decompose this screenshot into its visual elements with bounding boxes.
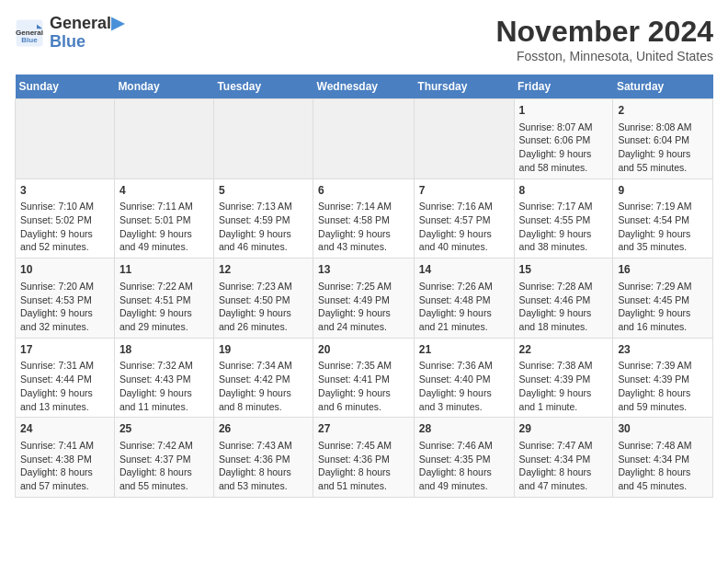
calendar-week-row: 24Sunrise: 7:41 AMSunset: 4:38 PMDayligh… bbox=[16, 418, 713, 498]
day-info: Sunset: 4:50 PM bbox=[219, 293, 308, 307]
title-block: November 2024 Fosston, Minnesota, United… bbox=[495, 15, 713, 63]
day-info: Sunrise: 7:26 AM bbox=[419, 280, 509, 293]
calendar-day-cell: 10Sunrise: 7:20 AMSunset: 4:53 PMDayligh… bbox=[16, 259, 115, 339]
calendar-day-cell: 1Sunrise: 8:07 AMSunset: 6:06 PMDaylight… bbox=[514, 99, 613, 179]
day-info: Sunrise: 7:47 AM bbox=[519, 439, 609, 453]
calendar-day-cell: 7Sunrise: 7:16 AMSunset: 4:57 PMDaylight… bbox=[414, 178, 514, 259]
day-info: Daylight: 9 hours and 58 minutes. bbox=[519, 147, 609, 174]
day-info: Sunrise: 8:08 AM bbox=[618, 121, 708, 134]
location: Fosston, Minnesota, United States bbox=[495, 49, 713, 63]
calendar-week-row: 10Sunrise: 7:20 AMSunset: 4:53 PMDayligh… bbox=[16, 259, 713, 339]
day-number: 11 bbox=[119, 262, 209, 278]
day-info: Daylight: 9 hours and 6 minutes. bbox=[318, 386, 409, 413]
day-number: 7 bbox=[419, 183, 509, 199]
day-number: 10 bbox=[20, 262, 109, 278]
day-info: Sunrise: 7:16 AM bbox=[419, 200, 509, 213]
logo-text: General▶ Blue bbox=[50, 15, 124, 52]
day-info: Daylight: 9 hours and 43 minutes. bbox=[318, 227, 409, 254]
day-info: Sunrise: 7:28 AM bbox=[519, 280, 609, 293]
calendar-week-row: 3Sunrise: 7:10 AMSunset: 5:02 PMDaylight… bbox=[16, 178, 713, 259]
day-info: Sunset: 4:44 PM bbox=[20, 373, 109, 386]
day-info: Sunset: 4:38 PM bbox=[20, 453, 109, 466]
day-info: Sunset: 4:45 PM bbox=[618, 293, 708, 307]
calendar-day-cell: 19Sunrise: 7:34 AMSunset: 4:42 PMDayligh… bbox=[213, 338, 313, 418]
day-info: Sunset: 4:43 PM bbox=[119, 373, 209, 386]
calendar-day-cell: 13Sunrise: 7:25 AMSunset: 4:49 PMDayligh… bbox=[313, 259, 415, 339]
calendar-day-cell: 27Sunrise: 7:45 AMSunset: 4:36 PMDayligh… bbox=[313, 418, 415, 498]
day-info: Sunrise: 7:43 AM bbox=[219, 439, 308, 453]
day-of-week-header: Friday bbox=[514, 75, 613, 99]
calendar-day-cell: 20Sunrise: 7:35 AMSunset: 4:41 PMDayligh… bbox=[313, 338, 415, 418]
day-info: Daylight: 9 hours and 11 minutes. bbox=[119, 386, 209, 413]
day-info: Sunset: 4:37 PM bbox=[119, 453, 209, 466]
day-number: 5 bbox=[219, 183, 308, 199]
day-info: Sunrise: 7:22 AM bbox=[119, 280, 209, 293]
day-info: Sunrise: 7:36 AM bbox=[419, 359, 509, 373]
day-info: Daylight: 9 hours and 40 minutes. bbox=[419, 227, 509, 254]
calendar-day-cell: 25Sunrise: 7:42 AMSunset: 4:37 PMDayligh… bbox=[114, 418, 213, 498]
day-info: Sunset: 4:46 PM bbox=[519, 293, 609, 307]
day-info: Sunrise: 7:25 AM bbox=[318, 280, 409, 293]
day-info: Sunset: 4:42 PM bbox=[219, 373, 308, 386]
day-of-week-header: Monday bbox=[114, 75, 213, 99]
day-info: Sunset: 4:41 PM bbox=[318, 373, 409, 386]
day-info: Sunset: 4:49 PM bbox=[318, 293, 409, 307]
calendar-day-cell bbox=[313, 99, 415, 179]
day-info: Daylight: 9 hours and 13 minutes. bbox=[20, 386, 109, 413]
calendar-week-row: 1Sunrise: 8:07 AMSunset: 6:06 PMDaylight… bbox=[16, 99, 713, 179]
day-number: 20 bbox=[318, 342, 409, 358]
day-info: Sunrise: 8:07 AM bbox=[519, 121, 609, 134]
day-number: 14 bbox=[419, 262, 509, 278]
day-info: Sunset: 4:51 PM bbox=[119, 293, 209, 307]
day-of-week-header: Thursday bbox=[414, 75, 514, 99]
calendar-day-cell: 16Sunrise: 7:29 AMSunset: 4:45 PMDayligh… bbox=[613, 259, 713, 339]
day-number: 15 bbox=[519, 262, 609, 278]
day-number: 18 bbox=[119, 342, 209, 358]
day-info: Sunrise: 7:14 AM bbox=[318, 200, 409, 213]
day-info: Daylight: 9 hours and 55 minutes. bbox=[618, 147, 708, 174]
day-number: 30 bbox=[618, 421, 708, 437]
day-number: 29 bbox=[519, 421, 609, 437]
day-info: Sunset: 4:57 PM bbox=[419, 213, 509, 227]
day-info: Sunset: 4:40 PM bbox=[419, 373, 509, 386]
day-info: Daylight: 9 hours and 38 minutes. bbox=[519, 227, 609, 254]
day-info: Daylight: 8 hours and 59 minutes. bbox=[618, 386, 708, 413]
day-of-week-header: Sunday bbox=[16, 75, 115, 99]
day-info: Sunrise: 7:29 AM bbox=[618, 280, 708, 293]
day-of-week-header: Wednesday bbox=[313, 75, 415, 99]
month-title: November 2024 bbox=[495, 15, 713, 49]
day-number: 19 bbox=[219, 342, 308, 358]
day-info: Sunset: 4:53 PM bbox=[20, 293, 109, 307]
calendar-day-cell: 30Sunrise: 7:48 AMSunset: 4:34 PMDayligh… bbox=[613, 418, 713, 498]
day-info: Sunset: 6:06 PM bbox=[519, 133, 609, 147]
day-info: Daylight: 8 hours and 47 minutes. bbox=[519, 465, 609, 492]
day-info: Sunrise: 7:13 AM bbox=[219, 200, 308, 213]
day-number: 2 bbox=[618, 103, 708, 119]
day-info: Daylight: 9 hours and 46 minutes. bbox=[219, 227, 308, 254]
calendar-day-cell: 15Sunrise: 7:28 AMSunset: 4:46 PMDayligh… bbox=[514, 259, 613, 339]
day-number: 24 bbox=[20, 421, 109, 437]
day-number: 25 bbox=[119, 421, 209, 437]
day-info: Sunrise: 7:32 AM bbox=[119, 359, 209, 373]
day-info: Sunrise: 7:39 AM bbox=[618, 359, 708, 373]
day-info: Daylight: 8 hours and 57 minutes. bbox=[20, 465, 109, 492]
day-info: Daylight: 9 hours and 21 minutes. bbox=[419, 306, 509, 333]
day-number: 8 bbox=[519, 183, 609, 199]
day-info: Daylight: 9 hours and 8 minutes. bbox=[219, 386, 308, 413]
day-info: Sunset: 6:04 PM bbox=[618, 133, 708, 147]
calendar-day-cell: 23Sunrise: 7:39 AMSunset: 4:39 PMDayligh… bbox=[613, 338, 713, 418]
calendar-header: SundayMondayTuesdayWednesdayThursdayFrid… bbox=[16, 75, 713, 99]
day-number: 26 bbox=[219, 421, 308, 437]
day-info: Sunrise: 7:31 AM bbox=[20, 359, 109, 373]
calendar-day-cell: 22Sunrise: 7:38 AMSunset: 4:39 PMDayligh… bbox=[514, 338, 613, 418]
calendar-day-cell: 17Sunrise: 7:31 AMSunset: 4:44 PMDayligh… bbox=[16, 338, 115, 418]
calendar-week-row: 17Sunrise: 7:31 AMSunset: 4:44 PMDayligh… bbox=[16, 338, 713, 418]
calendar-day-cell: 11Sunrise: 7:22 AMSunset: 4:51 PMDayligh… bbox=[114, 259, 213, 339]
day-info: Sunset: 4:34 PM bbox=[618, 453, 708, 466]
day-info: Sunset: 5:02 PM bbox=[20, 213, 109, 227]
calendar-day-cell: 3Sunrise: 7:10 AMSunset: 5:02 PMDaylight… bbox=[16, 178, 115, 259]
day-info: Sunset: 4:54 PM bbox=[618, 213, 708, 227]
day-info: Sunset: 4:39 PM bbox=[519, 373, 609, 386]
calendar-day-cell: 8Sunrise: 7:17 AMSunset: 4:55 PMDaylight… bbox=[514, 178, 613, 259]
calendar-day-cell bbox=[16, 99, 115, 179]
